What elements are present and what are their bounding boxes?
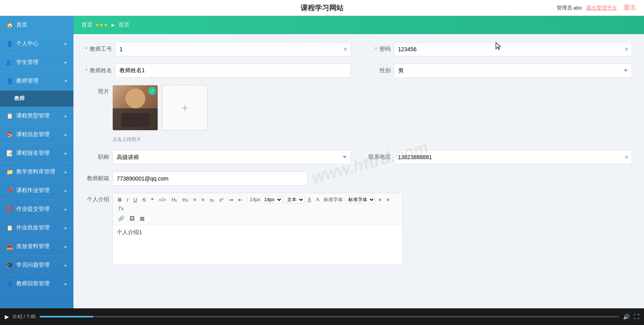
arrow-icon-sq: ▸ <box>65 263 67 268</box>
logout-link[interactable]: 退出管理平台 <box>586 4 617 12</box>
clear-phone-icon[interactable]: ✕ <box>624 154 629 160</box>
required-star-2: * <box>375 46 377 52</box>
text-type-select[interactable]: 文本 <box>284 196 305 204</box>
name-input[interactable] <box>115 63 351 78</box>
sidebar-label-homework: 课程作业管理 <box>16 187 50 194</box>
arrow-icon-dist: ▸ <box>65 244 67 249</box>
email-input[interactable] <box>112 171 308 186</box>
toolbar-ul[interactable]: ≡ <box>199 196 206 204</box>
teacher-id-input[interactable] <box>115 42 351 56</box>
phone-input-wrapper: ✕ <box>394 150 632 164</box>
toolbar-font-bg[interactable]: A <box>314 196 321 203</box>
form-row-2: * 教师姓名 性别 男 女 <box>85 63 632 78</box>
name-label: * 教师姓名 <box>85 67 112 74</box>
phone-input[interactable] <box>394 150 632 164</box>
toolbar-row-2: 🔗 🖼 ▦ <box>116 215 399 222</box>
toolbar-sup[interactable]: x² <box>217 196 226 204</box>
form-row-1: * 教师工号 ✕ * 密码 ✕ <box>85 42 632 56</box>
title-group: 职称 高级讲师 讲师 助教 教授 <box>85 150 351 164</box>
form-row-6: 个人介绍 B I U S ❝ </> H₁ H₂ ≡ ≡ <box>85 193 632 265</box>
sidebar-label-students: 学生管理 <box>16 59 39 66</box>
toolbar-h2[interactable]: H₂ <box>180 196 190 204</box>
home-icon: 🏠 <box>6 22 13 28</box>
toolbar-quote[interactable]: ❝ <box>149 196 156 204</box>
video-progress-track[interactable] <box>40 316 619 317</box>
toolbar-bold[interactable]: B <box>116 196 123 204</box>
toolbar-ol[interactable]: ≡ <box>191 196 199 204</box>
intro-label: 个人介绍 <box>85 193 109 203</box>
breadcrumb-home[interactable]: 首页 <box>81 21 93 29</box>
photo-thumb-1[interactable]: ✓ <box>112 85 158 131</box>
close-button[interactable]: 退出 <box>623 4 636 12</box>
clear-password-icon[interactable]: ✕ <box>624 46 629 52</box>
toolbar-align-center[interactable]: ≡ <box>376 196 384 204</box>
gender-group: 性别 男 女 <box>367 63 632 78</box>
sidebar-label-course-enroll: 课程报名管理 <box>16 150 50 157</box>
toolbar-h1[interactable]: H₁ <box>170 196 179 204</box>
hw-submit-icon: ⭕ <box>6 206 13 212</box>
toolbar-link[interactable]: 🔗 <box>116 215 126 222</box>
material-icon: 📁 <box>6 169 13 175</box>
toolbar-outdent[interactable]: ⇤ <box>236 196 245 204</box>
play-button[interactable]: ▶ <box>5 313 9 320</box>
sidebar-item-material[interactable]: 📁 教学资料库管理 ▸ <box>0 163 73 181</box>
sidebar-item-dist[interactable]: 📤 发放资料管理 ▸ <box>0 237 73 256</box>
font-size-select[interactable]: 14px 12px 16px 18px <box>261 196 283 204</box>
font-size-control: 14px 14px 12px 16px 18px <box>250 196 283 204</box>
email-label: 教师邮箱 <box>85 175 109 182</box>
sidebar-item-profile[interactable]: 👤 个人中心 ▸ <box>0 35 73 53</box>
toolbar-strike[interactable]: S <box>140 196 148 204</box>
toolbar-clear-format[interactable]: Tx <box>116 205 125 212</box>
required-star-3: * <box>85 67 87 73</box>
sidebar-item-student-q[interactable]: 🎓 学员问题管理 ▸ <box>0 256 73 275</box>
required-star: * <box>85 46 87 52</box>
title-select[interactable]: 高级讲师 讲师 助教 教授 <box>112 150 351 164</box>
clear-teacher-id-icon[interactable]: ✕ <box>343 46 348 52</box>
teacher-id-label: * 教师工号 <box>85 46 112 53</box>
sidebar-subitem-teacher[interactable]: 教师 <box>0 90 73 107</box>
font-family-select[interactable]: 标准字体 <box>345 196 375 204</box>
sidebar-item-teacher-ans[interactable]: 👤 教师回答管理 ▸ <box>0 275 73 293</box>
toolbar-align-right[interactable]: ≡ <box>385 196 392 204</box>
sidebar-item-course-type[interactable]: 📋 课程类型管理 ▸ <box>0 107 73 125</box>
intro-editor[interactable]: 个人介绍1 <box>113 225 403 265</box>
sidebar-item-hw-submit[interactable]: ⭕ 作业提交管理 ▸ <box>0 200 73 219</box>
photo-add-button[interactable]: + <box>162 85 208 131</box>
sidebar-item-hw-review[interactable]: 📋 作业批改管理 ▸ <box>0 219 73 237</box>
sidebar-item-students[interactable]: 👥 学生管理 ▸ <box>0 53 73 72</box>
sidebar-label-student-q: 学员问题管理 <box>16 262 50 269</box>
toolbar-code[interactable]: </> <box>157 196 168 204</box>
password-input[interactable] <box>394 42 632 56</box>
arrow-icon-hr: ▸ <box>65 225 67 231</box>
sidebar-item-homework[interactable]: 📌 课程作业管理 ▸ <box>0 181 73 200</box>
profile-icon: 👤 <box>6 40 13 47</box>
toolbar-underline[interactable]: U <box>131 196 139 204</box>
toolbar-sub[interactable]: x₂ <box>208 196 216 204</box>
teacher-id-input-wrapper: ✕ <box>115 42 351 56</box>
photo-hint: 点击上传照片 <box>112 136 141 143</box>
gender-select[interactable]: 男 女 <box>394 63 632 78</box>
sidebar-label-course-type: 课程类型管理 <box>16 112 50 119</box>
arrow-icon-ci: ▸ <box>65 132 67 137</box>
toolbar-indent[interactable]: ⇥ <box>227 196 235 204</box>
arrow-icon-hw: ▸ <box>65 188 67 193</box>
sidebar-label-profile: 个人中心 <box>16 40 39 47</box>
toolbar-image[interactable]: 🖼 <box>127 215 137 222</box>
volume-icon[interactable]: 🔊 <box>623 313 630 320</box>
form-area: * 教师工号 ✕ * 密码 ✕ <box>73 34 644 308</box>
course-info-icon: 📚 <box>6 131 13 138</box>
toolbar-italic[interactable]: I <box>125 196 130 204</box>
sidebar-item-teachers[interactable]: 👤 教师管理 ▾ <box>0 72 73 90</box>
sidebar-label-home: 首页 <box>16 21 27 29</box>
toolbar-table[interactable]: ▦ <box>138 215 147 222</box>
sidebar-item-course-enroll[interactable]: 📝 课程报名管理 ▸ <box>0 144 73 163</box>
gender-label: 性别 <box>367 67 391 74</box>
sidebar-label-hw-submit: 作业提交管理 <box>16 206 50 213</box>
fullscreen-icon[interactable]: ⛶ <box>634 313 639 320</box>
dist-icon: 📤 <box>6 243 13 250</box>
form-row-4: 职称 高级讲师 讲师 助教 教授 联系电话 ✕ <box>85 150 632 164</box>
sidebar-item-course-info[interactable]: 📚 课程信息管理 ▸ <box>0 125 73 144</box>
video-bar: ▶ 0:42 / 7:45 🔊 ⛶ <box>0 308 644 325</box>
sidebar-item-home[interactable]: 🏠 首页 <box>0 16 73 35</box>
toolbar-font-color[interactable]: A <box>306 196 313 203</box>
